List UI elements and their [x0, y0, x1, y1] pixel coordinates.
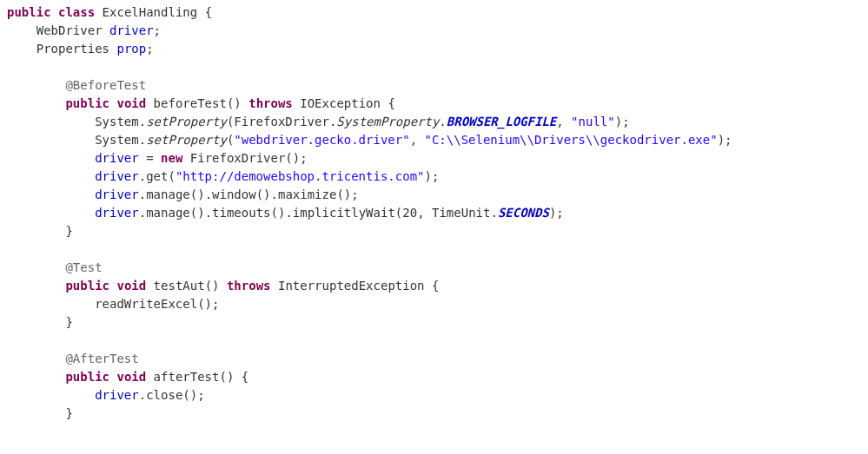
string-geckokey: "webdriver.gecko.driver" — [234, 133, 409, 147]
lparen: ( — [336, 188, 343, 201]
semicolon: ; — [556, 206, 563, 220]
keyword-class: class — [58, 5, 95, 19]
keyword-void: void — [116, 96, 146, 110]
keyword-public: public — [65, 279, 109, 293]
method-readwriteexcel: readWriteExcel — [95, 297, 197, 311]
rparen: ) — [263, 188, 270, 201]
annotation-aftertest: @AfterTest — [65, 352, 138, 365]
method-window: window — [212, 188, 256, 201]
string-geckopath: "C:\\Selenium\\Drivers\\geckodriver.exe" — [425, 133, 718, 147]
method-setproperty: setProperty — [146, 133, 227, 147]
class-timeunit: TimeUnit — [432, 206, 490, 220]
annotation-test: @Test — [65, 260, 102, 274]
brace-open: { — [388, 96, 394, 110]
brace-close: } — [65, 406, 72, 420]
method-testaut: testAut — [154, 279, 205, 293]
method-manage: manage — [146, 206, 190, 220]
lparen: ( — [190, 206, 197, 220]
brace-open: { — [242, 370, 248, 384]
dot: . — [205, 188, 212, 201]
comma: , — [417, 206, 424, 220]
comma: , — [410, 133, 417, 147]
comma: , — [556, 115, 563, 128]
dot: . — [205, 206, 212, 220]
dot: . — [139, 206, 146, 220]
lparen: ( — [271, 206, 278, 220]
field-driver: driver — [95, 388, 139, 402]
brace-open: { — [205, 5, 212, 19]
rparen: ) — [190, 388, 197, 402]
equals: = — [146, 151, 153, 165]
rparen: ) — [227, 370, 234, 384]
string-null: "null" — [571, 115, 615, 128]
semicolon: ; — [622, 115, 629, 128]
semicolon: ; — [146, 42, 153, 56]
dot: . — [139, 169, 146, 183]
semicolon: ; — [154, 23, 161, 37]
field-driver: driver — [95, 169, 139, 183]
field-prop: prop — [116, 42, 146, 56]
method-get: get — [146, 169, 168, 183]
dot: . — [139, 388, 146, 402]
keyword-public: public — [7, 5, 51, 19]
rparen: ) — [212, 279, 219, 293]
field-driver: driver — [95, 206, 139, 220]
class-name: ExcelHandling — [103, 5, 198, 19]
keyword-void: void — [116, 370, 146, 384]
rparen: ) — [424, 169, 431, 183]
rparen: ) — [197, 206, 204, 220]
method-aftertest: afterTest — [154, 370, 220, 384]
type-properties: Properties — [36, 42, 109, 56]
rparen: ) — [205, 297, 212, 311]
dot: . — [139, 188, 146, 201]
field-driver: driver — [95, 188, 139, 201]
string-url: "http://demowebshop.tricentis.com" — [176, 169, 425, 183]
type-interruptedexception: InterruptedException — [278, 279, 425, 293]
brace-open: { — [432, 279, 439, 293]
rparen: ) — [234, 96, 241, 110]
lparen: ( — [285, 151, 292, 165]
dot: . — [285, 206, 292, 220]
annotation-beforetest: @BeforeTest — [65, 78, 146, 92]
keyword-public: public — [65, 370, 109, 384]
dot: . — [490, 206, 497, 220]
const-seconds: SECONDS — [498, 206, 549, 220]
brace-close: } — [65, 224, 72, 238]
rparen: ) — [615, 115, 622, 128]
lparen: ( — [182, 388, 189, 402]
type-ioexception: IOException — [300, 96, 381, 110]
keyword-void: void — [116, 279, 146, 293]
dot: . — [139, 133, 146, 147]
const-browser-logfile: BROWSER_LOGFILE — [447, 115, 556, 128]
keyword-public: public — [65, 96, 109, 110]
nested-systemproperty: SystemProperty — [336, 115, 439, 128]
field-driver: driver — [109, 23, 154, 37]
brace-close: } — [65, 315, 72, 329]
lparen: ( — [219, 370, 226, 384]
lparen: ( — [256, 188, 263, 201]
keyword-new: new — [161, 151, 182, 165]
method-close: close — [146, 388, 182, 402]
semicolon: ; — [351, 188, 358, 201]
dot: . — [439, 115, 446, 128]
dot: . — [271, 188, 278, 201]
method-setproperty: setProperty — [146, 115, 227, 128]
rparen: ) — [344, 188, 351, 201]
class-system: System — [95, 133, 139, 147]
method-maximize: maximize — [278, 188, 336, 201]
semicolon: ; — [212, 297, 219, 311]
keyword-throws: throws — [227, 279, 271, 293]
lparen: ( — [168, 169, 175, 183]
rparen: ) — [718, 133, 725, 147]
lparen: ( — [205, 279, 212, 293]
lparen: ( — [395, 206, 402, 220]
method-implicitlywait: implicitlyWait — [293, 206, 395, 220]
rparen: ) — [197, 188, 204, 201]
type-webdriver: WebDriver — [36, 23, 103, 37]
method-beforetest: beforeTest — [154, 96, 227, 110]
field-driver: driver — [95, 151, 139, 165]
keyword-throws: throws — [248, 96, 293, 110]
dot: . — [139, 115, 146, 128]
class-system: System — [95, 115, 139, 128]
method-timeouts: timeouts — [212, 206, 270, 220]
